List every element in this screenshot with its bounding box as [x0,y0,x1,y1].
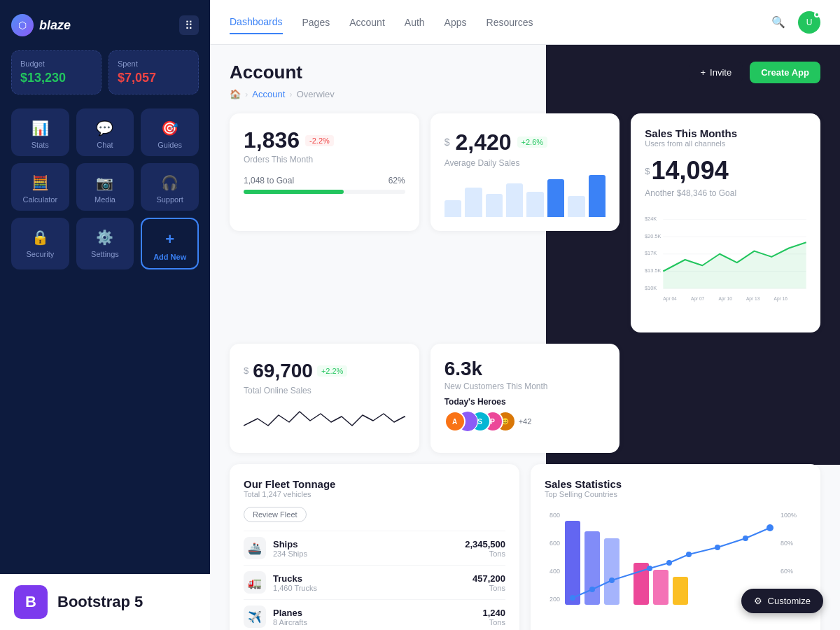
bar-1 [444,200,461,217]
svg-text:600: 600 [550,540,560,547]
svg-point-30 [715,545,720,550]
svg-point-32 [766,524,774,531]
breadcrumb-page: Overwiev [297,89,335,99]
daily-sales-label: Average Daily Sales [444,158,547,168]
online-sales-label: Total Online Sales [244,386,405,396]
sidebar-item-label-chat: Chat [97,141,113,149]
fleet-sub: Total 1,247 vehicles [244,490,505,498]
nav-grid: 📊 Stats 💬 Chat 🎯 Guides 🧮 Calculator 📷 M… [11,108,199,270]
svg-text:$17K: $17K [645,250,657,256]
header-menu-button[interactable]: ⠿ [179,15,199,35]
heroes-section: Today's Heroes A S P 😊 +42 [444,397,606,432]
bar-country-1 [565,521,580,605]
review-fleet-button[interactable]: Review Fleet [244,507,307,522]
svg-text:200: 200 [550,596,560,603]
settings-icon: ⚙️ [96,229,113,246]
sidebar-item-label-calculator: Calculator [23,195,58,204]
bar-country-6 [673,577,688,605]
fleet-value-ships: 2,345,500 Tons [465,539,505,558]
nav-link-resources[interactable]: Resources [486,11,533,34]
user-avatar[interactable]: U [798,11,820,34]
nav-link-dashboards[interactable]: Dashboards [230,10,283,34]
sidebar-item-media[interactable]: 📷 Media [76,163,134,211]
svg-text:$24K: $24K [645,216,657,222]
heroes-avatars: A S P 😊 +42 [444,411,606,432]
fleet-title: Our Fleet Tonnage [244,478,505,490]
bar-5 [526,192,543,217]
sidebar-item-stats[interactable]: 📊 Stats [11,108,69,156]
sidebar-item-chat[interactable]: 💬 Chat [76,108,134,156]
orders-change: -2.2% [305,135,334,146]
progress-label: 1,048 to Goal [244,176,294,186]
bar-7 [568,196,584,217]
svg-text:Apr 07: Apr 07 [691,296,705,302]
bootstrap-icon: B [14,585,48,619]
sidebar-item-support[interactable]: 🎧 Support [141,163,199,211]
bar-8 [589,175,606,217]
online-sales-card: $ 69,700 +2.2% Total Online Sales [230,344,419,453]
customize-button[interactable]: ⚙ Customize [741,589,823,613]
progress-bar-fill [244,190,344,194]
calculator-icon: 🧮 [31,174,49,191]
online-sales-change: +2.2% [317,365,348,377]
svg-text:800: 800 [550,512,560,519]
topnav-right: 🔍 U [767,11,820,34]
guides-icon: 🎯 [161,120,178,136]
breadcrumb-account[interactable]: Account [252,89,285,99]
nav-link-pages[interactable]: Pages [302,11,330,34]
logo: ⬡ blaze [11,14,71,36]
page-title: Account [230,62,302,83]
fleet-value-planes: 1,240 Tons [482,608,505,626]
budget-card: Budget $13,230 [11,50,102,94]
sidebar-item-label-security: Security [26,250,54,258]
sidebar-item-guides[interactable]: 🎯 Guides [141,108,199,156]
online-indicator [814,12,820,18]
bootstrap-badge: B Bootstrap 5 [0,574,210,630]
ships-icon: 🚢 [244,537,266,559]
svg-marker-10 [664,242,806,288]
fleet-value-trucks: 457,200 Tons [472,573,505,592]
invite-button[interactable]: + Invite [689,62,743,83]
daily-sales-change: +2.6% [517,136,548,148]
bar-country-5 [653,570,668,605]
sidebar-item-settings[interactable]: ⚙️ Settings [76,218,134,270]
search-button[interactable]: 🔍 [767,11,790,34]
svg-point-25 [589,587,595,592]
fleet-row-trucks: 🚛 Trucks 1,460 Trucks 457,200 Tons [244,565,505,599]
svg-text:400: 400 [550,568,560,575]
sales-line-chart: $24K $20.5K $17K $13.5K $10K [645,204,806,316]
svg-point-27 [647,566,652,571]
sidebar-item-label-add-new: Add New [153,253,186,261]
mini-bar-chart [444,175,606,217]
planes-icon: ✈️ [244,606,266,628]
nav-link-auth[interactable]: Auth [405,11,425,34]
sales-goal-text: Another $48,346 to Goal [645,188,806,198]
bootstrap-letter: B [25,593,36,611]
add-new-icon: + [165,230,174,248]
orders-label: Orders This Month [244,155,334,164]
create-app-button[interactable]: Create App [750,62,820,83]
new-customers-label: New Customers This Month [444,382,606,391]
sidebar-item-calculator[interactable]: 🧮 Calculator [11,163,69,211]
svg-text:Apr 13: Apr 13 [746,296,760,302]
nav-link-account[interactable]: Account [349,11,385,34]
sidebar-item-add-new[interactable]: + Add New [141,218,199,270]
customize-icon: ⚙ [754,596,762,606]
main-content: Dashboards Pages Account Auth Apps Resou… [210,0,840,630]
bar-2 [465,188,482,217]
sales-this-month-card: Sales This Months Users from all channel… [631,113,820,332]
sidebar-item-security[interactable]: 🔒 Security [11,218,69,270]
sidebar-item-label-media: Media [94,195,115,204]
security-icon: 🔒 [31,229,49,246]
svg-point-28 [666,560,672,566]
fleet-name-ships: Ships 234 Ships [273,539,465,558]
logo-text: blaze [39,18,71,33]
spent-value: $7,057 [118,71,190,85]
svg-point-29 [686,552,692,557]
orders-card: 1,836 -2.2% Orders This Month 1,048 to G… [230,113,419,231]
breadcrumb-home-icon[interactable]: 🏠 [230,89,241,99]
plus-icon: + [700,67,706,78]
nav-link-apps[interactable]: Apps [444,11,467,34]
sales-month-title: Sales This Months [645,127,806,139]
new-customers-card: 6.3k New Customers This Month Today's He… [430,344,620,453]
